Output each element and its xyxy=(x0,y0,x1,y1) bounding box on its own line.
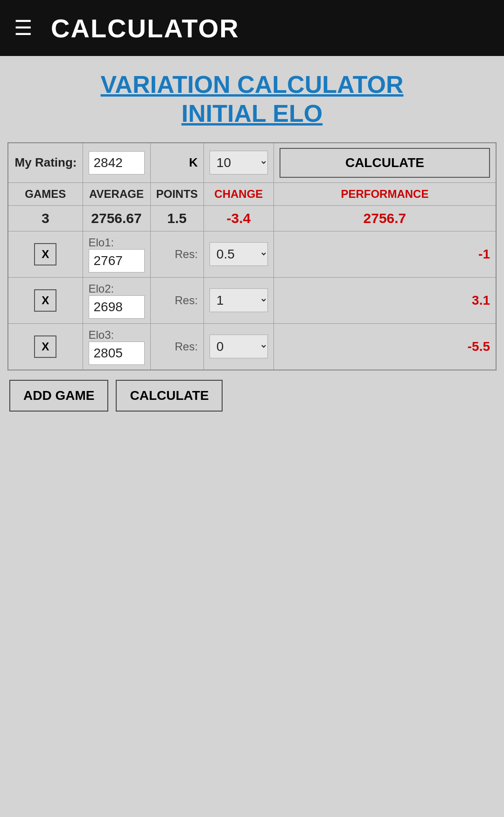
k-select[interactable]: 10 20 40 xyxy=(210,151,268,175)
average-value: 2756.67 xyxy=(83,205,150,231)
change-value: -3.4 xyxy=(203,205,273,231)
my-rating-input[interactable] xyxy=(89,151,145,175)
performance-col-header: PERFORMANCE xyxy=(273,182,496,205)
game1-elo-label: Elo1: xyxy=(89,236,114,249)
game2-res-select[interactable]: 0 0.5 1 xyxy=(210,288,268,312)
game1-remove-button[interactable]: X xyxy=(34,243,56,265)
my-rating-input-cell xyxy=(83,143,150,183)
game3-x-cell: X xyxy=(8,323,83,370)
game-row-1: X Elo1: Res: 0 0.5 1 -1 xyxy=(8,231,496,277)
my-rating-label: My Rating: xyxy=(15,155,77,169)
game1-res-select[interactable]: 0 0.5 1 xyxy=(210,242,268,266)
column-headers-row: GAMES AVERAGE POINTS CHANGE PERFORMANCE xyxy=(8,182,496,205)
summary-row: 3 2756.67 1.5 -3.4 2756.7 xyxy=(8,205,496,231)
game2-x-cell: X xyxy=(8,277,83,323)
game1-x-cell: X xyxy=(8,231,83,277)
game-row-3: X Elo3: Res: 0 0.5 1 -5.5 xyxy=(8,323,496,370)
average-col-header: AVERAGE xyxy=(83,182,150,205)
game1-res-label: Res: xyxy=(175,248,197,260)
game1-res-label-cell: Res: xyxy=(150,231,203,277)
game1-result: -1 xyxy=(273,231,496,277)
game2-elo-label: Elo2: xyxy=(89,282,114,295)
k-label-cell: K xyxy=(150,143,203,183)
hero-title-line1: VARIATION CALCULATOR xyxy=(101,71,404,98)
game2-res-label: Res: xyxy=(175,294,197,307)
game-row-2: X Elo2: Res: 0 0.5 1 3.1 xyxy=(8,277,496,323)
game3-elo-label: Elo3: xyxy=(89,328,114,341)
game1-res-select-cell: 0 0.5 1 xyxy=(203,231,273,277)
change-col-header: CHANGE xyxy=(203,182,273,205)
points-value: 1.5 xyxy=(150,205,203,231)
calculate-button-bottom[interactable]: CALCULATE xyxy=(116,380,223,412)
hamburger-icon[interactable]: ☰ xyxy=(14,18,32,38)
k-label: K xyxy=(189,155,198,169)
game2-elo-input[interactable] xyxy=(89,295,145,319)
bottom-buttons: ADD GAME CALCULATE xyxy=(5,370,499,421)
game3-remove-button[interactable]: X xyxy=(34,335,56,358)
game3-elo-input[interactable] xyxy=(89,342,145,365)
game3-res-label-cell: Res: xyxy=(150,323,203,370)
game1-elo-input[interactable] xyxy=(89,249,145,272)
header-title: CALCULATOR xyxy=(51,13,239,43)
k-select-cell: 10 20 40 xyxy=(203,143,273,183)
app-header: ☰ CALCULATOR xyxy=(0,0,504,56)
game2-res-label-cell: Res: xyxy=(150,277,203,323)
calculator-table: My Rating: K 10 20 40 CALCULATE GAMES xyxy=(7,142,497,370)
game2-remove-button[interactable]: X xyxy=(34,289,56,312)
hero-section: VARIATION CALCULATOR INITIAL ELO xyxy=(0,56,504,138)
game3-res-select-cell: 0 0.5 1 xyxy=(203,323,273,370)
games-col-header: GAMES xyxy=(8,182,83,205)
game2-res-select-cell: 0 0.5 1 xyxy=(203,277,273,323)
game1-elo-cell: Elo1: xyxy=(83,231,150,277)
game3-result: -5.5 xyxy=(273,323,496,370)
game3-res-select[interactable]: 0 0.5 1 xyxy=(210,335,268,358)
game3-res-label: Res: xyxy=(175,340,197,353)
add-game-button[interactable]: ADD GAME xyxy=(9,380,108,412)
calculator-section: My Rating: K 10 20 40 CALCULATE GAMES xyxy=(0,138,504,430)
rating-row: My Rating: K 10 20 40 CALCULATE xyxy=(8,143,496,183)
games-value: 3 xyxy=(8,205,83,231)
game3-elo-cell: Elo3: xyxy=(83,323,150,370)
performance-value: 2756.7 xyxy=(273,205,496,231)
hero-title-line2: INITIAL ELO xyxy=(182,100,322,127)
calculate-btn-cell: CALCULATE xyxy=(273,143,496,183)
calculate-button-top[interactable]: CALCULATE xyxy=(280,148,490,178)
my-rating-label-cell: My Rating: xyxy=(8,143,83,183)
points-col-header: POINTS xyxy=(150,182,203,205)
hero-title: VARIATION CALCULATOR INITIAL ELO xyxy=(9,70,495,128)
game2-elo-cell: Elo2: xyxy=(83,277,150,323)
game2-result: 3.1 xyxy=(273,277,496,323)
